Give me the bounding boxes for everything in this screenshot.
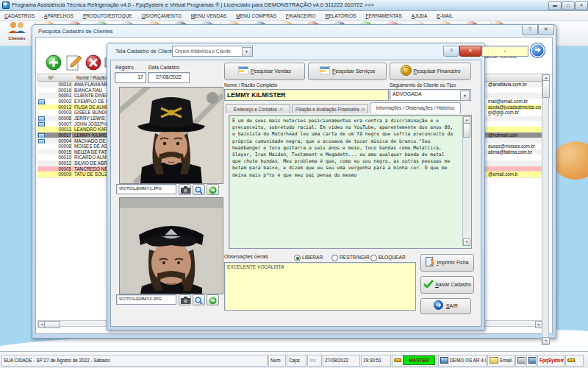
application-screen: Programa Assistência Técnica Refrigeraçã… [0, 0, 588, 368]
dialog-close-icon[interactable]: ✕ [459, 46, 481, 57]
imprimir-ficha-button[interactable]: Imprimir Ficha [420, 254, 474, 272]
row-number: 00014 [46, 82, 72, 88]
minimize-button[interactable]: ▬ [548, 1, 562, 10]
status-segment-master: MASTER [392, 355, 437, 367]
pesquisar-financeiro-button[interactable]: Pesquisar Financeiro [390, 63, 471, 80]
pesquisar-servicos-button[interactable]: Pesquisar Serviços [308, 63, 387, 80]
dialog-help-button[interactable]: ? [443, 46, 459, 57]
sair-button[interactable]: SAIR [420, 298, 471, 314]
menu-item-produto-estoque[interactable]: PRODUTO/ESTOQUE [83, 13, 132, 18]
tab-informacoes[interactable]: Informações / Observações / Histórico [370, 102, 461, 113]
camera-icon [181, 297, 190, 304]
search-window-title: Pesquisa Cadastro de Clientes [38, 28, 112, 35]
chevron-down-icon[interactable]: ▼ [460, 91, 470, 101]
key-icon [567, 358, 575, 362]
hscrollbar-thumb[interactable] [44, 321, 60, 328]
foto1-zoom-button[interactable] [193, 184, 205, 195]
menu-item-aparelhos[interactable]: APARELHOS [44, 13, 74, 18]
menu-item-menu-vendas[interactable]: MENU VENDAS [191, 13, 226, 18]
radio-bloquear[interactable] [370, 255, 377, 261]
scrollbar-thumb[interactable] [463, 123, 470, 138]
radio-liberar[interactable] [294, 255, 301, 261]
mdi-logo-blob [553, 141, 588, 180]
radio-restringir-label[interactable]: RESTRINGIR [340, 255, 370, 260]
col-header-num: Nº [49, 75, 54, 80]
track-phone-go-button[interactable]: ➜ [531, 43, 545, 57]
track-phone-input[interactable]: - [481, 46, 528, 57]
menu-item-financeiro[interactable]: FINANCEIRO [286, 13, 316, 18]
seguimento-combo[interactable]: ADVOGADA ▼ [390, 89, 471, 101]
print-form-icon [426, 257, 435, 267]
pesquisar-vendas-button[interactable]: Pesquisar Vendas [224, 63, 305, 80]
tab-endereco[interactable]: Endereço e Contatos -> [226, 104, 290, 113]
scroll-right-icon[interactable]: ► [535, 321, 542, 328]
add-record-icon[interactable] [45, 54, 62, 71]
tab-filiacao[interactable]: Filiação e Avaliação Financeira -> [292, 104, 368, 113]
menu-item-e-mail[interactable]: E-MAIL [437, 13, 453, 18]
menu-item-ajuda[interactable]: AJUDA [412, 13, 428, 18]
help-button[interactable]: ? [522, 25, 538, 35]
row-number: 00006 [46, 116, 72, 121]
magnifier-icon [195, 297, 203, 305]
foto2-load-button[interactable] [207, 294, 219, 305]
nome-field[interactable]: LEMMY KILMISTER [224, 89, 389, 101]
button-label: Pesquisar Serviços [332, 68, 375, 74]
window-close-icon[interactable]: ✕ [538, 25, 554, 35]
historico-panel: E um de seus mais notórios posicionament… [229, 115, 472, 249]
delete-record-icon[interactable] [85, 54, 102, 71]
button-label: Salvar Cadastro [435, 282, 471, 287]
row-number: 00003 [46, 110, 72, 116]
radio-restringir[interactable] [331, 255, 338, 261]
exit-arrow-icon [434, 300, 443, 310]
envelope-icon [490, 357, 498, 364]
foto1-path-field[interactable]: \FOTO\LEMMY1.JPG [116, 184, 176, 194]
scroll-down-icon[interactable]: ▼ [542, 337, 550, 344]
table-vertical-scrollbar[interactable]: ▲ ▼ [542, 74, 549, 345]
historico-textarea[interactable]: E um de seus mais notórios posicionament… [232, 118, 462, 179]
foto2-zoom-button[interactable] [193, 294, 205, 305]
menu-item-os-or-amento[interactable]: OS/ORÇAMENTO [142, 13, 182, 18]
row-number: 00004 [46, 138, 72, 144]
registro-field[interactable]: 17 [115, 72, 146, 83]
foto1-load-button[interactable] [207, 184, 219, 195]
menu-item-cadastros[interactable]: CADASTROS [4, 13, 35, 18]
chevron-down-icon[interactable]: ▼ [242, 47, 251, 57]
client-form-dialog: Tela Cadastro de Clientes ? ✕ Registro 1… [107, 43, 485, 330]
edit-record-icon[interactable] [65, 54, 82, 71]
photo-frame-1 [119, 87, 223, 184]
scroll-down-icon[interactable]: ▼ [463, 238, 470, 246]
status-segment-demo-os-ar-4-0: DEMO OS AR 4.0 [438, 355, 487, 367]
scrollbar-thumb[interactable] [542, 80, 550, 98]
radio-bloquear-label[interactable]: BLOQUEAR [379, 255, 406, 260]
salvar-cadastro-button[interactable]: Salvar Cadastro [420, 276, 474, 294]
button-label: Pesquisar Financeiro [414, 68, 461, 74]
foto2-camera-button[interactable] [179, 294, 191, 305]
filter-type-combo[interactable]: Ordem Alfabética e Cliente ▼ [172, 46, 253, 57]
row-client-email: atima@fatima.com.br [488, 149, 541, 155]
toolbar-item-clientes[interactable]: Clientes [2, 21, 32, 43]
refresh-icon [209, 297, 217, 305]
radio-liberar-label[interactable]: LIBERAR [302, 255, 323, 260]
menu-item-menu-compras[interactable]: MENU COMPRAS [236, 13, 276, 18]
dialog-title: Tela Cadastro de Clientes [115, 48, 178, 54]
status-segment-num: Num [268, 355, 286, 367]
printer-icon [517, 357, 526, 364]
row-number: 00002 [46, 99, 72, 105]
historico-scrollbar[interactable]: ▲ ▼ [462, 116, 470, 246]
row-client-email: mail@email.com.br [488, 99, 541, 105]
status-segment [515, 355, 526, 367]
observacoes-textarea[interactable]: EXCELENTE VOCALISTA [224, 262, 416, 311]
seguimento-value: ADVOGADA [392, 91, 422, 96]
master-badge: MASTER [403, 355, 435, 365]
status-segment-sua-cidade-sp-27-de-agosto-de-2022-s-bado: SUA CIDADE - SP 27 de Agosto de 2022 - S… [1, 355, 268, 367]
close-button[interactable]: ✕ [575, 1, 588, 10]
maximize-button[interactable]: ▢ [562, 1, 575, 10]
foto2-path-field[interactable]: \FOTO\LEMMY2.JPG [116, 294, 176, 305]
row-client-email: @email.com.b [488, 171, 541, 177]
data-cadastro-field[interactable]: 27/08/2022 [148, 72, 190, 83]
menu-item-ferramentas[interactable]: FERRAMENTAS [365, 13, 401, 18]
foto1-camera-button[interactable] [179, 184, 191, 195]
menu-item-relat-rios[interactable]: RELATÓRIOS [325, 13, 356, 18]
row-number: 00016 [46, 88, 72, 93]
row-number: 00009 [46, 171, 72, 177]
